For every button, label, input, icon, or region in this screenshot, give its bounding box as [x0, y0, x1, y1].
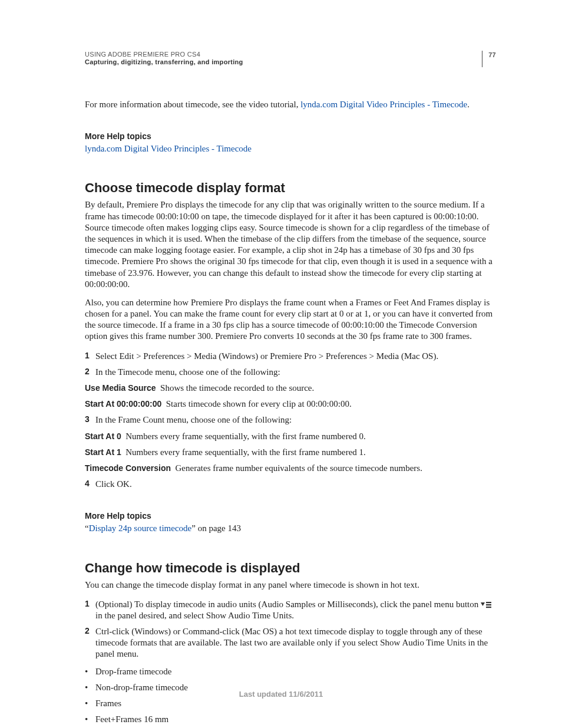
option-label: Start At 1	[85, 447, 121, 457]
svg-rect-2	[486, 604, 491, 605]
bullet-text: Feet+Frames 16 mm	[95, 714, 168, 725]
intro-post: .	[467, 100, 470, 109]
more-help-heading: More Help topics	[85, 511, 496, 521]
step-number: 2	[85, 626, 95, 660]
bullet-text: Drop-frame timecode	[95, 666, 172, 677]
s2-step1a: (Optional) To display timecode in audio …	[95, 599, 481, 609]
s1-p1: By default, Premiere Pro displays the ti…	[85, 199, 496, 290]
s1-opt-b: Start At 00:00:00:00 Starts timecode sho…	[85, 398, 496, 410]
more-help-1: More Help topics lynda.com Digital Video…	[85, 131, 496, 154]
bullet-text: Frames	[95, 698, 121, 709]
s2-p1: You can change the timecode display form…	[85, 579, 496, 591]
step-number: 1	[85, 351, 95, 362]
option-desc: Numbers every frame sequentially, with t…	[125, 447, 366, 457]
list-item: •Drop-frame timecode	[85, 666, 496, 677]
step-text: In the Frame Count menu, choose one of t…	[95, 414, 292, 426]
s1-steps: 1 Select Edit > Preferences > Media (Win…	[85, 351, 496, 378]
option-desc: Numbers every frame sequentially, with t…	[125, 431, 366, 441]
intro-pre: For more information about timecode, see…	[85, 100, 300, 109]
s2-step2: 2 Ctrl-click (Windows) or Command-click …	[85, 626, 496, 660]
bullet-dot: •	[85, 714, 95, 725]
option-label: Start At 0	[85, 431, 121, 441]
option-desc: Shows the timecode recorded to the sourc…	[160, 383, 314, 393]
more-help-heading: More Help topics	[85, 131, 496, 141]
quote-close: ” on page 143	[191, 523, 241, 533]
intro-link[interactable]: lynda.com Digital Video Principles - Tim…	[300, 100, 467, 109]
option-desc: Generates frame number equivalents of th…	[176, 463, 422, 473]
s1-opt-d: Start At 1 Numbers every frame sequentia…	[85, 447, 496, 458]
page-number: 77	[482, 51, 496, 67]
page-footer: Last updated 11/6/2011	[0, 690, 562, 699]
s1-step2: 2 In the Timecode menu, choose one of th…	[85, 367, 496, 378]
list-item: •Frames	[85, 698, 496, 709]
step-number: 4	[85, 479, 95, 490]
page-header: USING ADOBE PREMIERE PRO CS4 Capturing, …	[85, 51, 496, 67]
s1-step3: 3 In the Frame Count menu, choose one of…	[85, 414, 496, 426]
more-help-line: “Display 24p source timecode” on page 14…	[85, 523, 496, 534]
panel-menu-icon	[481, 601, 491, 608]
option-label: Start At 00:00:00:00	[85, 399, 161, 409]
intro-paragraph: For more information about timecode, see…	[85, 99, 496, 110]
s1-step4: 4 Click OK.	[85, 479, 496, 490]
header-title: USING ADOBE PREMIERE PRO CS4	[85, 51, 243, 58]
step-text: In the Timecode menu, choose one of the …	[95, 367, 280, 378]
svg-rect-3	[486, 607, 491, 608]
step-text: Select Edit > Preferences > Media (Windo…	[95, 351, 438, 362]
s2-steps: 1 (Optional) To display timecode in audi…	[85, 599, 496, 660]
step-number: 3	[85, 414, 95, 426]
svg-rect-1	[486, 602, 491, 603]
step-number: 1	[85, 599, 95, 621]
s2-step1b: in the panel desired, and select Show Au…	[95, 611, 294, 620]
header-subtitle: Capturing, digitizing, transferring, and…	[85, 58, 243, 65]
step-text: Click OK.	[95, 479, 132, 490]
option-label: Use Media Source	[85, 383, 156, 393]
bullet-dot: •	[85, 698, 95, 709]
s1-opt-a: Use Media Source Shows the timecode reco…	[85, 383, 496, 394]
header-left: USING ADOBE PREMIERE PRO CS4 Capturing, …	[85, 51, 243, 65]
list-item: •Feet+Frames 16 mm	[85, 714, 496, 725]
step-number: 2	[85, 367, 95, 378]
s1-opt-c: Start At 0 Numbers every frame sequentia…	[85, 431, 496, 442]
option-label: Timecode Conversion	[85, 463, 171, 473]
s1-step1: 1 Select Edit > Preferences > Media (Win…	[85, 351, 496, 362]
more-help-link[interactable]: lynda.com Digital Video Principles - Tim…	[85, 144, 252, 153]
step-text: (Optional) To display timecode in audio …	[95, 599, 496, 621]
svg-marker-0	[481, 602, 485, 606]
s1-p2: Also, you can determine how Premiere Pro…	[85, 297, 496, 342]
section-heading-choose-format: Choose timecode display format	[85, 180, 496, 196]
s1-opt-e: Timecode Conversion Generates frame numb…	[85, 463, 496, 474]
more-help-link-2[interactable]: Display 24p source timecode	[89, 523, 192, 533]
step-text: Ctrl-click (Windows) or Command-click (M…	[95, 626, 496, 660]
s2-step1: 1 (Optional) To display timecode in audi…	[85, 599, 496, 621]
quote-open: “	[85, 523, 89, 533]
option-desc: Starts timecode shown for every clip at …	[166, 399, 352, 409]
bullet-dot: •	[85, 666, 95, 677]
more-help-2: More Help topics “Display 24p source tim…	[85, 511, 496, 534]
section-heading-change-display: Change how timecode is displayed	[85, 561, 496, 576]
